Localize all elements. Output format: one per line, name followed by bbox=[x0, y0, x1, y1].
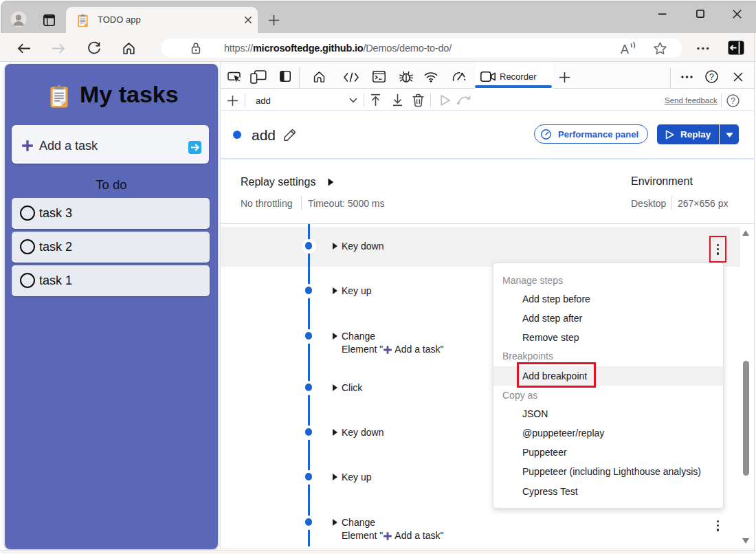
svg-text:A: A bbox=[621, 43, 629, 56]
svg-text:?: ? bbox=[709, 72, 714, 82]
svg-text:?: ? bbox=[731, 96, 735, 106]
